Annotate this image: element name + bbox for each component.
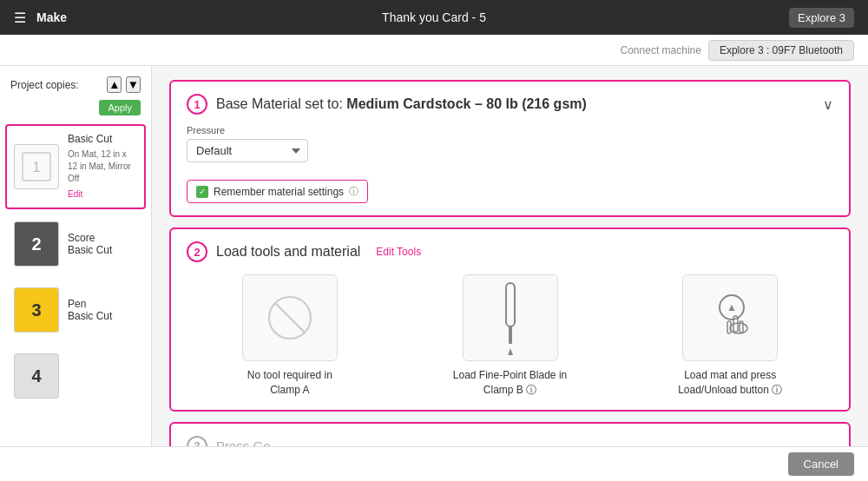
section-1-material: Medium Cardstock – 80 lb (216 gsm) — [346, 96, 587, 111]
copies-down[interactable]: ▼ — [126, 76, 141, 93]
tool-3-info: ⓘ — [772, 384, 782, 396]
pressure-section: Pressure Default More Less — [187, 125, 833, 162]
section-2-title: Load tools and material — [216, 244, 360, 260]
tool-item-3: ▲ Load mat and pressLoad/Unload button ⓘ — [627, 274, 833, 398]
svg-rect-4 — [506, 283, 515, 326]
thumbnail-1: 1 — [14, 144, 59, 189]
bottombar: Cancel — [0, 446, 868, 481]
sidebar-header: Project copies: ▲ ▼ — [0, 73, 151, 100]
remember-checkbox[interactable]: ✓ — [196, 186, 208, 198]
svg-text:▲: ▲ — [727, 301, 737, 313]
thumbnail-2: 2 — [14, 221, 59, 267]
pressure-select[interactable]: Default More Less — [187, 139, 308, 162]
section-3-title: Press Go — [216, 438, 271, 446]
section-2-header: 2 Load tools and material Edit Tools — [187, 241, 833, 262]
menu-icon[interactable]: ☰ — [14, 10, 26, 26]
tool-item-1: No tool required inClamp A — [187, 274, 393, 398]
project-copies-label: Project copies: — [10, 79, 79, 91]
section-1-collapse-icon[interactable]: ∨ — [823, 96, 833, 113]
sidebar-item-1[interactable]: 1 Basic Cut On Mat, 12 in x 12 in Mat, M… — [5, 124, 146, 209]
tool-label-1: No tool required inClamp A — [247, 368, 332, 398]
sidebar: Project copies: ▲ ▼ Apply 1 Basic Cut On… — [0, 66, 152, 446]
sidebar-item-2[interactable]: 2 ScoreBasic Cut — [5, 213, 146, 275]
sidebar-edit-1[interactable]: Edit — [68, 189, 82, 199]
tool-2-info: ⓘ — [526, 384, 536, 396]
section-3-header: 3 Press Go — [187, 436, 833, 446]
section-2-card: 2 Load tools and material Edit Tools No … — [169, 227, 851, 412]
svg-text:1: 1 — [33, 160, 41, 175]
svg-marker-6 — [508, 348, 513, 355]
copies-stepper[interactable]: ▲ ▼ — [107, 76, 141, 93]
page-title: Thank you Card - 5 — [382, 10, 486, 24]
section-3-card: 3 Press Go Speed automatically set for t… — [169, 422, 851, 446]
remember-material-row: ✓ Remember material settings ⓘ — [187, 180, 368, 203]
explore-button[interactable]: Explore 3 — [789, 8, 854, 28]
sidebar-item-meta-1: On Mat, 12 in x 12 in Mat, Mirror Off — [68, 148, 137, 185]
main-content: Project copies: ▲ ▼ Apply 1 Basic Cut On… — [0, 66, 868, 446]
section-1-number: 1 — [187, 94, 207, 115]
section-1-prefix: Base Material set to: — [216, 96, 343, 111]
pressure-label: Pressure — [187, 125, 833, 135]
svg-rect-5 — [509, 326, 512, 344]
thumbnail-3: 3 — [14, 287, 59, 333]
svg-line-3 — [275, 303, 305, 333]
tool-icon-1 — [242, 274, 338, 361]
make-label: Make — [36, 10, 67, 24]
section-1-header: 1 Base Material set to: Medium Cardstock… — [187, 94, 833, 115]
tool-label-2: Load Fine-Point Blade inClamp B ⓘ — [453, 368, 567, 398]
cancel-button[interactable]: Cancel — [788, 452, 854, 476]
apply-button[interactable]: Apply — [99, 100, 141, 115]
tools-row: No tool required inClamp A Load Fine-Poi… — [187, 274, 833, 398]
tool-label-3: Load mat and pressLoad/Unload button ⓘ — [678, 368, 782, 398]
sidebar-item-label-2: ScoreBasic Cut — [68, 232, 112, 256]
copies-up[interactable]: ▲ — [107, 76, 122, 93]
tool-item-2: Load Fine-Point Blade inClamp B ⓘ — [407, 274, 614, 398]
edit-tools-link[interactable]: Edit Tools — [376, 246, 421, 258]
sidebar-item-label-1: Basic Cut — [68, 133, 137, 145]
sidebar-item-4[interactable]: 4 — [5, 345, 146, 407]
content-area: 1 Base Material set to: Medium Cardstock… — [152, 66, 868, 446]
svg-point-9 — [730, 323, 747, 333]
connect-machine-button[interactable]: Connect machine — [621, 44, 701, 56]
section-3-number: 3 — [187, 436, 207, 446]
tool-icon-2 — [463, 274, 558, 361]
svg-rect-12 — [727, 321, 731, 333]
section-1-card: 1 Base Material set to: Medium Cardstock… — [169, 80, 851, 217]
subbar: Connect machine Explore 3 : 09F7 Bluetoo… — [0, 35, 868, 66]
remember-label: Remember material settings — [214, 186, 344, 198]
section-1-title: Base Material set to: Medium Cardstock –… — [216, 96, 587, 112]
sidebar-item-label-3: PenBasic Cut — [68, 298, 112, 322]
remember-info-icon[interactable]: ⓘ — [349, 185, 358, 198]
sidebar-item-3[interactable]: 3 PenBasic Cut — [5, 279, 146, 341]
tool-icon-3: ▲ — [682, 274, 778, 361]
section-2-number: 2 — [187, 241, 207, 262]
topbar: ☰ Make Thank you Card - 5 Explore 3 — [0, 0, 868, 35]
device-selector[interactable]: Explore 3 : 09F7 Bluetooth — [708, 40, 854, 61]
thumbnail-4: 4 — [14, 353, 59, 399]
